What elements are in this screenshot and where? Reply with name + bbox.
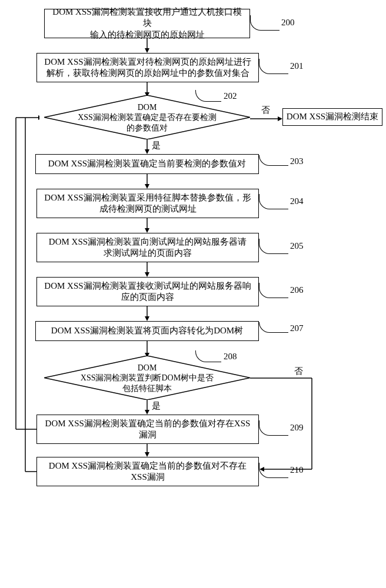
step-208-text: DOM XSS漏洞检测装置判断DOM树中是否 包括特征脚本 (55, 362, 240, 393)
label-201: 201 (290, 61, 304, 71)
step-end: DOM XSS漏洞检测结束 (282, 108, 382, 126)
arrow-203-204 (144, 174, 150, 189)
branch-208-yes: 是 (152, 400, 161, 412)
svg-marker-6 (278, 116, 282, 121)
arrow-205-206 (144, 262, 150, 277)
label-curve-203 (259, 155, 288, 166)
arrow-202-end (250, 116, 282, 122)
arrow-202-203 (144, 139, 150, 154)
label-curve-201 (259, 59, 288, 74)
step-206: DOM XSS漏洞检测装置接收测试网址的网站服务器响 应的页面内容 (36, 277, 259, 306)
step-end-text: DOM XSS漏洞检测结束 (287, 111, 378, 123)
label-200: 200 (281, 18, 295, 28)
label-203: 203 (290, 156, 304, 166)
label-curve-207 (259, 322, 288, 333)
branch-202-no: 否 (261, 105, 270, 116)
label-curve-200 (250, 15, 279, 31)
svg-marker-8 (145, 149, 149, 154)
step-200: DOM XSS漏洞检测装置接收用户通过人机接口模块 输入的待检测网页的原始网址 (44, 9, 250, 38)
label-curve-206 (259, 283, 288, 298)
svg-marker-1 (145, 48, 149, 53)
label-210: 210 (290, 465, 304, 475)
step-200-text: DOM XSS漏洞检测装置接收用户通过人机接口模块 输入的待检测网页的原始网址 (51, 6, 244, 41)
svg-marker-10 (145, 184, 149, 189)
label-207: 207 (290, 323, 304, 333)
label-208: 208 (224, 352, 237, 362)
branch-202-yes: 是 (152, 140, 161, 151)
step-209-text: DOM XSS漏洞检测装置确定当前的参数值对存在XSS 漏洞 (45, 418, 251, 441)
arrow-206-207 (144, 306, 150, 321)
label-204: 204 (290, 196, 304, 206)
step-207: DOM XSS漏洞检测装置将页面内容转化为DOM树 (35, 321, 259, 341)
step-201-text: DOM XSS漏洞检测装置对待检测网页的原始网址进行 解析，获取待检测网页的原始… (44, 56, 251, 79)
svg-marker-12 (145, 228, 149, 233)
svg-marker-14 (145, 272, 149, 277)
step-202: DOM XSS漏洞检测装置确定是否存在要检测 的参数值对 (44, 95, 250, 139)
arrow-208-209 (144, 400, 150, 415)
step-202-text: DOM XSS漏洞检测装置确定是否存在要检测 的参数值对 (55, 102, 240, 133)
step-207-text: DOM XSS漏洞检测装置将页面内容转化为DOM树 (51, 325, 243, 337)
step-204: DOM XSS漏洞检测装置采用特征脚本替换参数值，形 成待检测网页的测试网址 (36, 189, 259, 218)
label-206: 206 (290, 285, 304, 295)
step-208: DOM XSS漏洞检测装置判断DOM树中是否 包括特征脚本 (44, 356, 250, 400)
step-203-text: DOM XSS漏洞检测装置确定当前要检测的参数值对 (48, 158, 246, 170)
step-210: DOM XSS漏洞检测装置确定当前的参数值对不存在 XSS漏洞 (36, 457, 259, 486)
label-curve-204 (259, 194, 288, 209)
step-203: DOM XSS漏洞检测装置确定当前要检测的参数值对 (35, 154, 259, 174)
svg-marker-16 (145, 316, 149, 321)
arrow-210-loop (22, 115, 40, 475)
label-curve-210 (259, 463, 288, 478)
label-205: 205 (290, 241, 304, 251)
step-201: DOM XSS漏洞检测装置对待检测网页的原始网址进行 解析，获取待检测网页的原始… (36, 53, 259, 82)
arrow-208-210 (250, 375, 318, 472)
svg-marker-21 (145, 410, 149, 415)
step-204-text: DOM XSS漏洞检测装置采用特征脚本替换参数值，形 成待检测网页的测试网址 (44, 192, 251, 215)
step-206-text: DOM XSS漏洞检测装置接收测试网址的网站服务器响 应的页面内容 (44, 280, 251, 303)
arrow-207-208 (144, 341, 150, 358)
step-205-text: DOM XSS漏洞检测装置向测试网址的网站服务器请 求测试网址的页面内容 (49, 236, 247, 259)
label-curve-205 (259, 239, 288, 254)
step-205: DOM XSS漏洞检测装置向测试网址的网站服务器请 求测试网址的页面内容 (36, 233, 259, 262)
step-210-text: DOM XSS漏洞检测装置确定当前的参数值对不存在 XSS漏洞 (49, 460, 247, 483)
svg-marker-27 (145, 452, 149, 457)
arrow-200-201 (144, 38, 150, 53)
step-209: DOM XSS漏洞检测装置确定当前的参数值对存在XSS 漏洞 (36, 415, 259, 444)
label-202: 202 (224, 91, 237, 101)
arrow-209-210 (144, 444, 150, 457)
arrow-204-205 (144, 218, 150, 233)
